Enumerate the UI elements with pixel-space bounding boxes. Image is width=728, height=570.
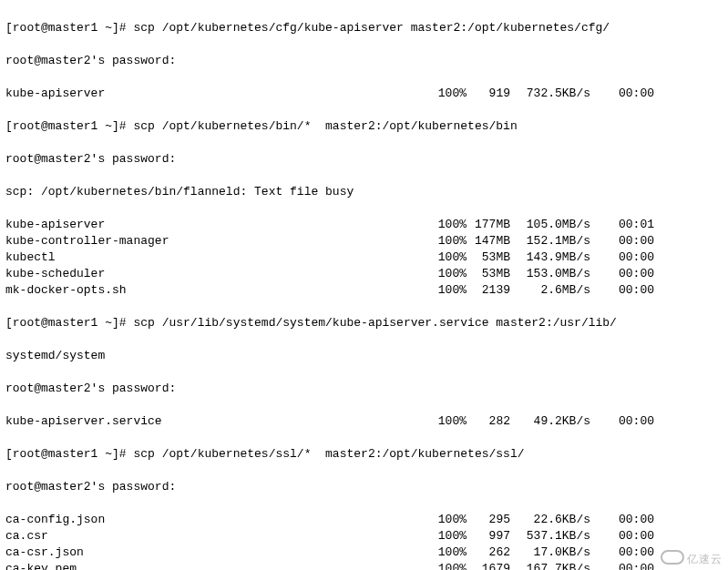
size: 147MB bbox=[467, 233, 510, 249]
transfer-row: ca-csr.json100%26217.0KB/s00:00 bbox=[5, 545, 723, 561]
command: scp /opt/kubernetes/ssl/* master2:/opt/k… bbox=[133, 447, 524, 461]
size: 282 bbox=[467, 413, 510, 430]
time: 00:00 bbox=[590, 545, 654, 561]
size: 295 bbox=[467, 512, 510, 528]
time: 00:00 bbox=[590, 249, 654, 266]
file-name: kube-apiserver bbox=[5, 86, 430, 102]
line: [root@master1 ~]# scp /usr/lib/systemd/s… bbox=[5, 315, 723, 331]
transfer-row: kube-apiserver100%919732.5KB/s00:00 bbox=[5, 86, 723, 102]
percent: 100% bbox=[430, 86, 467, 102]
cloud-icon bbox=[661, 550, 684, 565]
line: [root@master1 ~]# scp /opt/kubernetes/cf… bbox=[5, 20, 723, 36]
command: scp /usr/lib/systemd/system/kube-apiserv… bbox=[133, 316, 617, 330]
time: 00:00 bbox=[590, 512, 654, 528]
password-prompt: root@master2's password: bbox=[5, 151, 723, 168]
rate: 2.6MB/s bbox=[510, 282, 590, 299]
size: 919 bbox=[467, 86, 510, 102]
percent: 100% bbox=[430, 266, 467, 282]
time: 00:01 bbox=[590, 217, 654, 233]
size: 177MB bbox=[467, 217, 510, 233]
percent: 100% bbox=[430, 561, 467, 570]
size: 53MB bbox=[467, 266, 510, 282]
percent: 100% bbox=[430, 512, 467, 528]
rate: 153.0MB/s bbox=[510, 266, 590, 282]
line: [root@master1 ~]# scp /opt/kubernetes/ss… bbox=[5, 446, 723, 463]
file-name: kube-scheduler bbox=[5, 266, 430, 282]
rate: 152.1MB/s bbox=[510, 233, 590, 249]
rate: 49.2KB/s bbox=[510, 413, 590, 430]
file-name: ca-key.pem bbox=[5, 561, 430, 570]
watermark-text: 亿速云 bbox=[687, 554, 723, 566]
transfer-row: kube-controller-manager100%147MB152.1MB/… bbox=[5, 233, 723, 249]
time: 00:00 bbox=[590, 233, 654, 249]
transfer-row: ca-key.pem100%1679167.7KB/s00:00 bbox=[5, 561, 723, 570]
rate: 105.0MB/s bbox=[510, 217, 590, 233]
file-name: kube-apiserver bbox=[5, 217, 430, 233]
file-name: kube-apiserver.service bbox=[5, 413, 430, 430]
file-name: ca.csr bbox=[5, 528, 430, 545]
command-wrap: systemd/system bbox=[5, 348, 723, 364]
rate: 167.7KB/s bbox=[510, 561, 590, 570]
transfer-row: mk-docker-opts.sh100%21392.6MB/s00:00 bbox=[5, 282, 723, 299]
line: [root@master1 ~]# scp /opt/kubernetes/bi… bbox=[5, 118, 723, 135]
file-name: ca-config.json bbox=[5, 512, 430, 528]
terminal[interactable]: [root@master1 ~]# scp /opt/kubernetes/cf… bbox=[0, 0, 728, 570]
percent: 100% bbox=[430, 413, 467, 430]
time: 00:00 bbox=[590, 86, 654, 102]
file-name: ca-csr.json bbox=[5, 545, 430, 561]
size: 53MB bbox=[467, 249, 510, 266]
transfer-row: kubectl100%53MB143.9MB/s00:00 bbox=[5, 249, 723, 266]
file-name: mk-docker-opts.sh bbox=[5, 282, 430, 299]
command: scp /opt/kubernetes/cfg/kube-apiserver m… bbox=[133, 21, 610, 35]
size: 1679 bbox=[467, 561, 510, 570]
transfer-row: kube-apiserver100%177MB105.0MB/s00:01 bbox=[5, 217, 723, 233]
rate: 17.0KB/s bbox=[510, 545, 590, 561]
file-name: kube-controller-manager bbox=[5, 233, 430, 249]
time: 00:00 bbox=[590, 561, 654, 570]
prompt: [root@master1 ~]# bbox=[5, 447, 133, 461]
transfer-row: ca.csr100%997537.1KB/s00:00 bbox=[5, 528, 723, 545]
rate: 143.9MB/s bbox=[510, 249, 590, 266]
size: 262 bbox=[467, 545, 510, 561]
password-prompt: root@master2's password: bbox=[5, 381, 723, 397]
rate: 22.6KB/s bbox=[510, 512, 590, 528]
transfer-row: ca-config.json100%29522.6KB/s00:00 bbox=[5, 512, 723, 528]
prompt: [root@master1 ~]# bbox=[5, 21, 133, 35]
password-prompt: root@master2's password: bbox=[5, 479, 723, 495]
prompt: [root@master1 ~]# bbox=[5, 119, 133, 133]
watermark: 亿速云 bbox=[661, 548, 723, 568]
size: 997 bbox=[467, 528, 510, 545]
percent: 100% bbox=[430, 545, 467, 561]
rate: 732.5KB/s bbox=[510, 86, 590, 102]
percent: 100% bbox=[430, 217, 467, 233]
time: 00:00 bbox=[590, 282, 654, 299]
percent: 100% bbox=[430, 282, 467, 299]
size: 2139 bbox=[467, 282, 510, 299]
scp-error: scp: /opt/kubernetes/bin/flanneld: Text … bbox=[5, 184, 723, 200]
percent: 100% bbox=[430, 233, 467, 249]
password-prompt: root@master2's password: bbox=[5, 53, 723, 69]
transfer-row: kube-apiserver.service100%28249.2KB/s00:… bbox=[5, 413, 723, 430]
rate: 537.1KB/s bbox=[510, 528, 590, 545]
time: 00:00 bbox=[590, 413, 654, 430]
percent: 100% bbox=[430, 528, 467, 545]
command: scp /opt/kubernetes/bin/* master2:/opt/k… bbox=[133, 119, 517, 133]
percent: 100% bbox=[430, 249, 467, 266]
time: 00:00 bbox=[590, 528, 654, 545]
transfer-row: kube-scheduler100%53MB153.0MB/s00:00 bbox=[5, 266, 723, 282]
time: 00:00 bbox=[590, 266, 654, 282]
file-name: kubectl bbox=[5, 249, 430, 266]
prompt: [root@master1 ~]# bbox=[5, 316, 133, 330]
